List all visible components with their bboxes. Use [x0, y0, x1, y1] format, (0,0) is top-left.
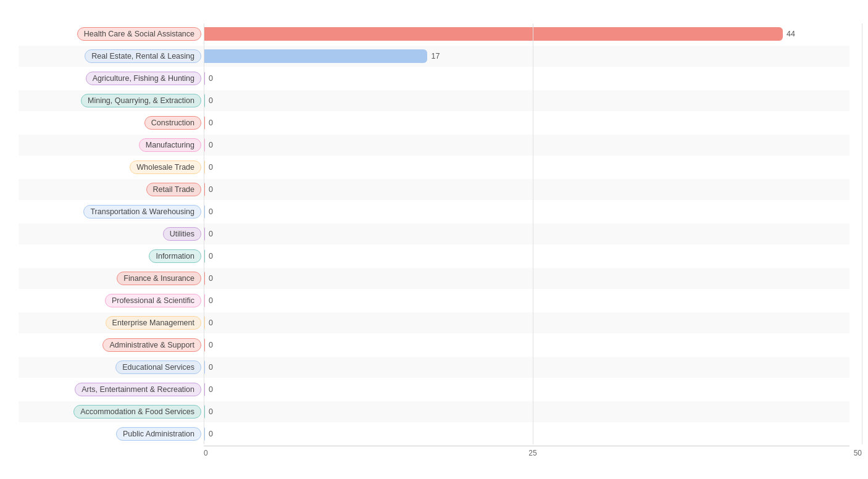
bar-label-container: Administrative & Support — [19, 338, 204, 352]
bar-label-container: Mining, Quarrying, & Extraction — [19, 94, 204, 107]
bar-fill — [204, 72, 205, 85]
bar-value: 0 — [209, 385, 213, 394]
bar-label-pill: Accommodation & Food Services — [73, 405, 201, 419]
bar-value: 0 — [209, 185, 213, 194]
bar-label-container: Public Administration — [19, 427, 204, 441]
bar-label-container: Accommodation & Food Services — [19, 405, 204, 419]
bar-value: 0 — [209, 252, 213, 260]
bar-area: 0 — [204, 90, 849, 111]
bar-label-pill: Finance & Insurance — [117, 272, 201, 285]
grid-line — [862, 23, 862, 444]
bar-area: 0 — [204, 157, 849, 178]
bar-fill — [204, 360, 205, 374]
bar-value: 0 — [209, 319, 213, 327]
bar-fill — [204, 94, 205, 107]
bar-label-container: Wholesale Trade — [19, 160, 204, 174]
bar-area: 0 — [204, 290, 849, 311]
bar-fill — [204, 427, 205, 441]
bar-label-pill: Information — [149, 249, 201, 263]
bar-value: 0 — [209, 119, 213, 127]
bar-value: 0 — [209, 163, 213, 172]
bar-row: Educational Services0 — [19, 357, 849, 378]
bar-label-pill: Manufacturing — [139, 138, 201, 152]
bar-value: 44 — [787, 30, 795, 38]
bar-value: 17 — [431, 52, 440, 60]
bar-row: Arts, Entertainment & Recreation0 — [19, 379, 849, 400]
bar-fill — [204, 183, 205, 196]
bar-row: Utilities0 — [19, 223, 849, 244]
bar-fill — [204, 249, 205, 263]
bar-row: Retail Trade0 — [19, 179, 849, 200]
bar-row: Public Administration0 — [19, 423, 849, 444]
bar-area: 0 — [204, 201, 849, 222]
bar-row: Health Care & Social Assistance44 — [19, 23, 849, 44]
bar-row: Wholesale Trade0 — [19, 157, 849, 178]
bar-label-pill: Enterprise Management — [106, 316, 201, 330]
bar-area: 17 — [204, 46, 849, 67]
bar-fill — [204, 116, 205, 130]
bar-fill — [204, 160, 205, 174]
bar-fill — [204, 316, 205, 330]
bar-label-pill: Real Estate, Rental & Leasing — [85, 49, 201, 63]
bar-row: Finance & Insurance0 — [19, 268, 849, 289]
bar-value: 0 — [209, 363, 213, 372]
bar-label-pill: Educational Services — [115, 360, 201, 374]
bar-area: 0 — [204, 223, 849, 244]
bar-label-pill: Wholesale Trade — [130, 160, 201, 174]
bar-value: 0 — [209, 430, 213, 438]
bar-label-pill: Health Care & Social Assistance — [77, 27, 201, 41]
bar-label-pill: Utilities — [163, 227, 201, 241]
bar-row: Information0 — [19, 246, 849, 267]
bar-rows-wrapper: Health Care & Social Assistance44Real Es… — [19, 23, 849, 444]
bar-area: 0 — [204, 268, 849, 289]
bar-area: 0 — [204, 379, 849, 400]
bar-fill — [204, 338, 205, 352]
bar-label-container: Arts, Entertainment & Recreation — [19, 383, 204, 396]
bar-label-pill: Retail Trade — [146, 183, 201, 196]
bar-fill — [204, 405, 205, 419]
bar-row: Transportation & Warehousing0 — [19, 201, 849, 222]
bar-area: 0 — [204, 246, 849, 267]
bar-label-pill: Construction — [144, 116, 201, 130]
bar-row: Enterprise Management0 — [19, 312, 849, 333]
bar-label-container: Retail Trade — [19, 183, 204, 196]
bar-area: 0 — [204, 335, 849, 356]
bar-value: 0 — [209, 274, 213, 283]
bar-row: Mining, Quarrying, & Extraction0 — [19, 90, 849, 111]
bar-value: 0 — [209, 407, 213, 416]
x-axis-label: 0 — [204, 449, 208, 457]
bar-fill — [204, 138, 205, 152]
bar-label-pill: Professional & Scientific — [105, 294, 201, 307]
bar-row: Accommodation & Food Services0 — [19, 401, 849, 422]
bar-label-container: Professional & Scientific — [19, 294, 204, 307]
bar-fill — [204, 27, 783, 41]
bar-label-pill: Administrative & Support — [102, 338, 201, 352]
bar-value: 0 — [209, 207, 213, 216]
bar-area: 0 — [204, 135, 849, 156]
bar-row: Manufacturing0 — [19, 135, 849, 156]
bar-label-pill: Public Administration — [116, 427, 201, 441]
bar-area: 44 — [204, 23, 849, 44]
bar-label-pill: Mining, Quarrying, & Extraction — [81, 94, 201, 107]
chart-container: Health Care & Social Assistance44Real Es… — [12, 23, 856, 458]
bar-area: 0 — [204, 357, 849, 378]
bar-label-container: Utilities — [19, 227, 204, 241]
bar-value: 0 — [209, 296, 213, 305]
x-axis-label: 50 — [854, 449, 862, 457]
bar-fill — [204, 227, 205, 241]
bar-value: 0 — [209, 141, 213, 149]
bar-fill — [204, 49, 427, 63]
x-axis: 02550 — [204, 446, 849, 458]
bar-label-container: Agriculture, Fishing & Hunting — [19, 72, 204, 85]
bar-value: 0 — [209, 74, 213, 83]
bar-label-container: Manufacturing — [19, 138, 204, 152]
bar-fill — [204, 383, 205, 396]
bar-label-container: Information — [19, 249, 204, 263]
bar-area: 0 — [204, 423, 849, 444]
bar-label-container: Educational Services — [19, 360, 204, 374]
bar-label-container: Finance & Insurance — [19, 272, 204, 285]
bar-fill — [204, 294, 205, 307]
bar-row: Real Estate, Rental & Leasing17 — [19, 46, 849, 67]
bar-label-container: Enterprise Management — [19, 316, 204, 330]
bar-area: 0 — [204, 401, 849, 422]
